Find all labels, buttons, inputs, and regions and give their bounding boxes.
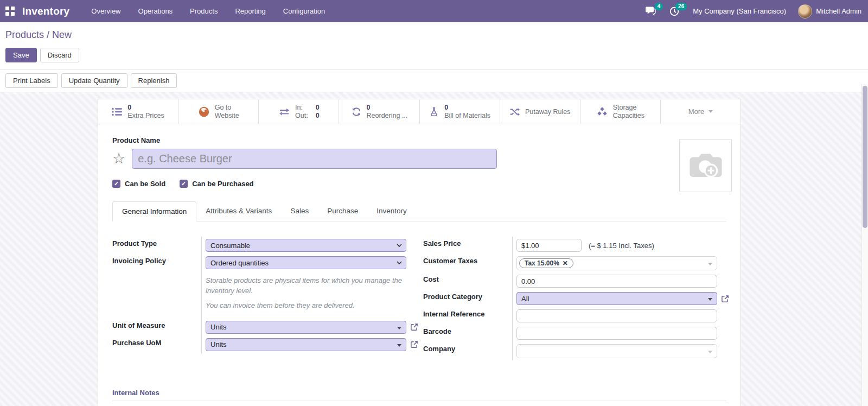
- sales-price-input[interactable]: [516, 239, 582, 252]
- dropdown-caret-icon: [397, 327, 401, 329]
- invoicing-policy-select[interactable]: Ordered quantities: [206, 256, 406, 269]
- in-count: 0: [316, 104, 320, 112]
- discard-button[interactable]: Discard: [40, 48, 79, 62]
- extra-prices-count: 0: [127, 104, 164, 112]
- product-type-select[interactable]: Consumable: [206, 239, 406, 252]
- storage-capacities-stat-button[interactable]: Storage Capacities: [580, 99, 661, 124]
- activities-clock-icon[interactable]: 26: [669, 6, 681, 17]
- tab-purchase[interactable]: Purchase: [318, 201, 367, 221]
- putaway-rules-stat-button[interactable]: Putaway Rules: [500, 99, 580, 124]
- cubes-icon: [596, 106, 608, 117]
- product-image-upload[interactable]: [679, 139, 732, 192]
- avatar: [798, 4, 812, 18]
- customer-taxes-label: Customer Taxes: [423, 254, 512, 272]
- barcode-input[interactable]: [516, 327, 717, 340]
- internal-notes-label: Internal Notes: [112, 389, 726, 397]
- vertical-scrollbar-thumb[interactable]: [863, 86, 867, 228]
- tax-tag-remove-icon[interactable]: ✕: [563, 259, 568, 267]
- tab-general-information[interactable]: General Information: [112, 201, 196, 221]
- shuffle-icon: [509, 107, 520, 117]
- favorite-star-icon[interactable]: ☆: [112, 151, 125, 166]
- breadcrumb[interactable]: Products / New: [5, 29, 863, 41]
- top-navbar: Inventory Overview Operations Products R…: [0, 0, 868, 22]
- purchase-uom-external-link-icon[interactable]: [410, 340, 418, 348]
- dropdown-caret-icon: [708, 263, 712, 265]
- uom-external-link-icon[interactable]: [410, 323, 418, 331]
- menu-configuration[interactable]: Configuration: [277, 4, 331, 18]
- product-name-label: Product Name: [112, 136, 726, 144]
- company-field[interactable]: [516, 344, 717, 358]
- go-to-website-stat-button[interactable]: Go to Website: [178, 99, 259, 124]
- internal-reference-label: Internal Reference: [423, 307, 512, 325]
- menu-overview[interactable]: Overview: [85, 4, 127, 18]
- dropdown-caret-icon: [397, 344, 401, 347]
- replenish-button[interactable]: Replenish: [131, 73, 177, 88]
- cost-input[interactable]: [516, 275, 717, 288]
- invoicing-policy-help-text: Storable products are physical items for…: [206, 274, 412, 316]
- out-count: 0: [316, 112, 320, 120]
- stat-button-box: 0 Extra Prices Go to Website: [98, 99, 741, 124]
- messages-badge: 4: [655, 3, 663, 10]
- product-category-label: Product Category: [423, 290, 512, 307]
- chevron-down-icon: [709, 110, 713, 113]
- tax-tag: Tax 15.00% ✕: [519, 258, 573, 268]
- messages-icon[interactable]: 4: [645, 6, 657, 17]
- update-quantity-button[interactable]: Update Quantity: [61, 73, 127, 88]
- menu-operations[interactable]: Operations: [132, 4, 180, 18]
- uom-field[interactable]: Units: [206, 321, 406, 334]
- extra-prices-stat-button[interactable]: 0 Extra Prices: [98, 99, 178, 124]
- reordering-rules-stat-button[interactable]: 0 Reordering ...: [339, 99, 419, 124]
- main-menu: Overview Operations Products Reporting C…: [85, 4, 331, 18]
- refresh-icon: [351, 106, 362, 117]
- internal-reference-input[interactable]: [516, 309, 717, 322]
- globe-icon: [198, 106, 210, 118]
- activities-badge: 26: [675, 3, 687, 10]
- can-be-sold-checkbox[interactable]: ✓ Can be Sold: [112, 180, 165, 188]
- product-type-label: Product Type: [112, 237, 201, 254]
- apps-menu-icon[interactable]: [5, 7, 15, 16]
- company-label: Company: [423, 342, 512, 360]
- exchange-arrows-icon: [278, 107, 290, 116]
- customer-taxes-field[interactable]: Tax 15.00% ✕: [516, 256, 717, 270]
- user-name: Mitchell Admin: [816, 7, 861, 15]
- more-stat-button[interactable]: More: [661, 99, 741, 124]
- internal-notes-divider: [112, 401, 726, 401]
- reordering-count: 0: [367, 104, 408, 112]
- vertical-scrollbar-track[interactable]: [861, 84, 868, 406]
- purchase-uom-field[interactable]: Units: [206, 338, 406, 351]
- can-be-purchased-checkbox[interactable]: ✓ Can be Purchased: [180, 180, 253, 188]
- checkbox-checked-icon: ✓: [112, 180, 120, 188]
- flask-icon: [429, 106, 439, 117]
- dropdown-caret-icon: [708, 351, 712, 353]
- barcode-label: Barcode: [423, 325, 512, 342]
- menu-products[interactable]: Products: [183, 4, 224, 18]
- user-menu[interactable]: Mitchell Admin: [798, 4, 861, 18]
- tab-inventory[interactable]: Inventory: [367, 201, 416, 221]
- sales-price-label: Sales Price: [423, 237, 512, 254]
- print-labels-button[interactable]: Print Labels: [5, 73, 58, 88]
- uom-label: Unit of Measure: [112, 319, 201, 336]
- product-name-input[interactable]: [132, 149, 497, 169]
- bill-of-materials-stat-button[interactable]: 0 Bill of Materials: [420, 99, 500, 124]
- checkbox-checked-icon: ✓: [180, 180, 188, 188]
- in-out-stat-button[interactable]: In: 0 Out: 0: [259, 99, 339, 124]
- app-window: Inventory Overview Operations Products R…: [0, 0, 868, 406]
- invoicing-policy-label: Invoicing Policy: [112, 254, 201, 271]
- form-sheet: 0 Extra Prices Go to Website: [98, 99, 741, 406]
- save-button[interactable]: Save: [5, 48, 37, 62]
- tab-attributes-variants[interactable]: Attributes & Variants: [196, 201, 281, 221]
- tab-sales[interactable]: Sales: [281, 201, 318, 221]
- product-category-field[interactable]: All: [516, 292, 717, 305]
- app-name[interactable]: Inventory: [22, 5, 69, 17]
- control-panel: Products / New Save Discard Print Labels…: [0, 22, 868, 92]
- cost-label: Cost: [423, 272, 512, 290]
- company-switcher[interactable]: My Company (San Francisco): [693, 7, 786, 15]
- menu-reporting[interactable]: Reporting: [228, 4, 272, 18]
- bom-count: 0: [444, 104, 490, 112]
- form-view-background: 0 Extra Prices Go to Website: [0, 92, 868, 406]
- price-incl-taxes-note: (= $ 1.15 Incl. Taxes): [589, 242, 654, 250]
- notebook-tabs: General Information Attributes & Variant…: [112, 201, 726, 221]
- general-left-group: Product Type Consumable Invoicing Policy…: [112, 237, 402, 360]
- general-right-group: Sales Price (= $ 1.15 Incl. Taxes) Custo…: [423, 237, 728, 360]
- product-category-external-link-icon[interactable]: [721, 295, 729, 303]
